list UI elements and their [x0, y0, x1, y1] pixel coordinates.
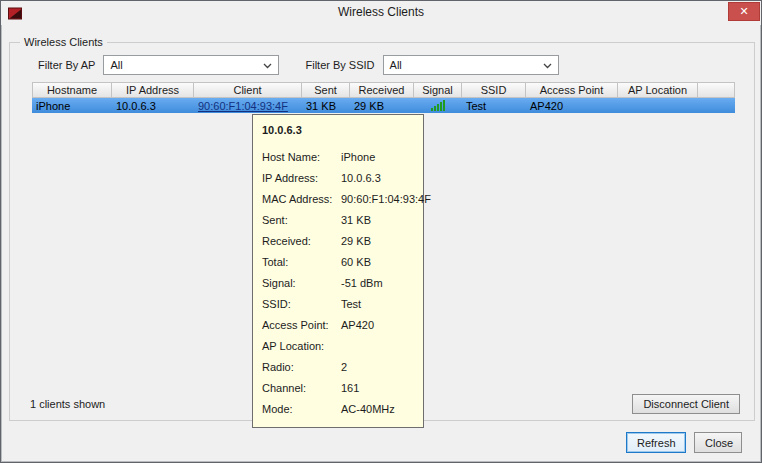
tooltip-row: SSID:Test — [262, 293, 419, 314]
tooltip-label: IP Address: — [262, 172, 341, 184]
tooltip-value: 161 — [341, 382, 359, 394]
refresh-button[interactable]: Refresh — [626, 432, 686, 453]
cell-client: 90:60:F1:04:93:4F — [194, 98, 302, 113]
chevron-down-icon — [543, 59, 552, 71]
filter-by-ap-select[interactable]: All — [103, 55, 279, 75]
column-header-received[interactable]: Received — [350, 82, 414, 98]
column-header-access-point[interactable]: Access Point — [526, 82, 618, 98]
tooltip-row: Sent:31 KB — [262, 209, 419, 230]
tooltip-row: IP Address:10.0.6.3 — [262, 167, 419, 188]
cell-sent: 31 KB — [302, 98, 350, 113]
tooltip-row: Access Point:AP420 — [262, 314, 419, 335]
tooltip-label: Mode: — [262, 403, 341, 415]
cell-hostname: iPhone — [32, 98, 112, 113]
tooltip-value: 31 KB — [341, 214, 371, 226]
tooltip-value: 60 KB — [341, 256, 371, 268]
tooltip-value: 10.0.6.3 — [341, 172, 381, 184]
filter-by-ssid-label: Filter By SSID — [305, 59, 374, 71]
column-header-hostname[interactable]: Hostname — [32, 82, 112, 98]
cell-received: 29 KB — [350, 98, 414, 113]
close-dialog-button[interactable]: Close — [694, 432, 742, 453]
cell-ap-location — [618, 98, 698, 113]
table-row[interactable]: iPhone 10.0.6.3 90:60:F1:04:93:4F 31 KB … — [32, 98, 735, 113]
disconnect-client-button[interactable]: Disconnect Client — [632, 394, 740, 414]
cell-access-point: AP420 — [526, 98, 618, 113]
tooltip-row: AP Location: — [262, 335, 419, 356]
signal-bars-icon — [431, 100, 445, 111]
tooltip-row: Radio:2 — [262, 356, 419, 377]
column-header-sent[interactable]: Sent — [302, 82, 350, 98]
tooltip-value: iPhone — [341, 151, 375, 163]
filter-by-ssid-select[interactable]: All — [383, 55, 559, 75]
tooltip-value: AC-40MHz — [341, 403, 395, 415]
close-button[interactable]: ✕ — [728, 2, 760, 21]
tooltip-label: AP Location: — [262, 340, 341, 352]
column-header-signal[interactable]: Signal — [414, 82, 462, 98]
tooltip-title: 10.0.6.3 — [262, 124, 419, 136]
tooltip-label: Channel: — [262, 382, 341, 394]
dialog-buttons: Refresh Close — [626, 432, 742, 453]
tooltip-label: Total: — [262, 256, 341, 268]
tooltip-label: Sent: — [262, 214, 341, 226]
tooltip-value: Test — [341, 298, 361, 310]
status-text: 1 clients shown — [30, 398, 105, 410]
tooltip-row: MAC Address:90:60:F1:04:93:4F — [262, 188, 419, 209]
cell-ssid: Test — [462, 98, 526, 113]
tooltip-label: MAC Address: — [262, 193, 341, 205]
tooltip-row: Received:29 KB — [262, 230, 419, 251]
tooltip-row: Signal:-51 dBm — [262, 272, 419, 293]
titlebar[interactable]: Wireless Clients ✕ — [1, 1, 761, 25]
tooltip-label: Radio: — [262, 361, 341, 373]
tooltip-row: Mode:AC-40MHz — [262, 398, 419, 419]
column-header-ip-address[interactable]: IP Address — [112, 82, 194, 98]
filter-by-ap-value: All — [110, 59, 122, 71]
tooltip-label: Signal: — [262, 277, 341, 289]
tooltip-value: 29 KB — [341, 235, 371, 247]
table-header: Hostname IP Address Client Sent Received… — [32, 82, 735, 98]
window-title: Wireless Clients — [1, 5, 761, 19]
close-icon: ✕ — [739, 5, 748, 17]
tooltip-label: Received: — [262, 235, 341, 247]
column-header-filler — [698, 82, 735, 98]
wireless-clients-window: Wireless Clients ✕ Wireless Clients Filt… — [0, 0, 762, 463]
cell-signal — [414, 98, 462, 113]
tooltip-label: SSID: — [262, 298, 341, 310]
tooltip-row: Channel:161 — [262, 377, 419, 398]
client-mac-link[interactable]: 90:60:F1:04:93:4F — [198, 100, 288, 112]
tooltip-value: -51 dBm — [341, 277, 383, 289]
column-header-client[interactable]: Client — [194, 82, 302, 98]
chevron-down-icon — [263, 59, 272, 71]
tooltip-label: Access Point: — [262, 319, 341, 331]
cell-filler — [698, 98, 735, 113]
client-details-tooltip: 10.0.6.3 Host Name:iPhone IP Address:10.… — [252, 114, 424, 428]
filter-by-ssid-value: All — [390, 59, 402, 71]
tooltip-value: 2 — [341, 361, 347, 373]
wireless-clients-groupbox: Wireless Clients Filter By AP All Filter… — [9, 42, 755, 421]
tooltip-value: AP420 — [341, 319, 374, 331]
column-header-ap-location[interactable]: AP Location — [618, 82, 698, 98]
tooltip-row: Total:60 KB — [262, 251, 419, 272]
tooltip-row: Host Name:iPhone — [262, 146, 419, 167]
filter-by-ap-label: Filter By AP — [38, 59, 95, 71]
filter-row: Filter By AP All Filter By SSID All — [38, 55, 559, 75]
tooltip-label: Host Name: — [262, 151, 341, 163]
cell-ip-address: 10.0.6.3 — [112, 98, 194, 113]
column-header-ssid[interactable]: SSID — [462, 82, 526, 98]
groupbox-title: Wireless Clients — [20, 36, 107, 48]
tooltip-value: 90:60:F1:04:93:4F — [341, 193, 431, 205]
clients-table: Hostname IP Address Client Sent Received… — [32, 82, 735, 113]
